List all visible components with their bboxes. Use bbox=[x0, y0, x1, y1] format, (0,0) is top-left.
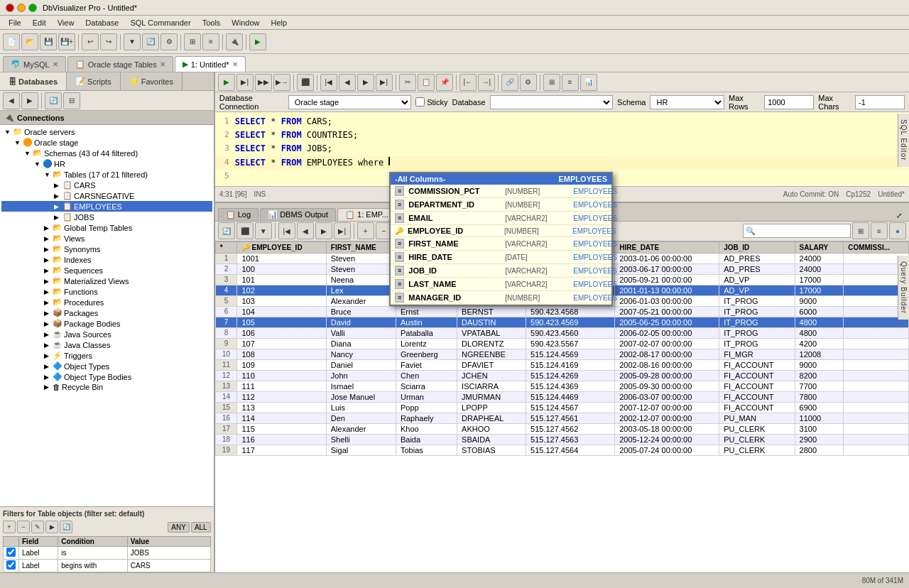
sql-cut[interactable]: ✂ bbox=[399, 74, 416, 91]
sql-copy[interactable]: 📋 bbox=[418, 74, 435, 91]
tree-packages[interactable]: ▶📦Packages bbox=[1, 307, 212, 318]
menu-view[interactable]: View bbox=[52, 18, 80, 28]
table-row[interactable]: 18116ShelliBaidaSBAIDA515.127.45632005-1… bbox=[215, 434, 908, 445]
autocomplete-popup[interactable]: -All Columns- EMPLOYEES ≡ COMMISSION_PCT… bbox=[389, 172, 613, 306]
tree-sequences[interactable]: ▶📂Sequences bbox=[1, 265, 212, 276]
table-row[interactable]: 11109DanielFavietDFAVIET515.124.41692002… bbox=[215, 359, 908, 370]
sql-connect[interactable]: 🔗 bbox=[501, 74, 518, 91]
ac-item-hiredate[interactable]: ≡ HIRE_DATE [DATE] EMPLOYEES bbox=[391, 251, 611, 264]
tab-mysql[interactable]: 🐬 MySQL ✕ bbox=[3, 56, 66, 72]
table-row[interactable]: 12110JohnChenJCHEN515.124.42692005-09-28… bbox=[215, 370, 908, 381]
sql-editor-side-tab[interactable]: SQL Editor bbox=[898, 114, 909, 167]
tb-run[interactable]: ▶ bbox=[249, 33, 266, 50]
results-chart-view[interactable]: ● bbox=[889, 222, 906, 239]
tb-list[interactable]: ≡ bbox=[202, 33, 219, 50]
ac-item-email[interactable]: ≡ EMAIL [VARCHAR2] EMPLOYEES bbox=[391, 212, 611, 225]
ac-item-managerid[interactable]: ≡ MANAGER_ID [NUMBER] EMPLOYEES bbox=[391, 291, 611, 305]
table-row[interactable]: 14112Jose ManuelUrmanJMURMAN515.124.4469… bbox=[215, 391, 908, 402]
results-expand[interactable]: ⤢ bbox=[892, 210, 906, 221]
table-row[interactable]: 19117SigalTobiasSTOBIAS515.127.45642005-… bbox=[215, 445, 908, 455]
tree-employees[interactable]: ▶ 📋 EMPLOYEES bbox=[1, 201, 212, 212]
lp-forward[interactable]: ▶ bbox=[21, 92, 38, 109]
tab-oracle-close[interactable]: ✕ bbox=[160, 60, 165, 68]
ac-item-jobid[interactable]: ≡ JOB_ID [VARCHAR2] EMPLOYEES bbox=[391, 264, 611, 278]
close-button[interactable] bbox=[6, 4, 14, 12]
sql-run[interactable]: ▶ bbox=[218, 74, 235, 91]
ac-item-commission[interactable]: ≡ COMMISSION_PCT [NUMBER] EMPLOYEES bbox=[391, 185, 611, 198]
menu-database[interactable]: Database bbox=[80, 18, 124, 28]
tree-schemas[interactable]: ▼ 📂 Schemas (43 of 44 filtered) bbox=[1, 148, 212, 158]
ac-item-deptid[interactable]: ≡ DEPARTMENT_ID [NUMBER] EMPLOYEES bbox=[391, 198, 611, 212]
sql-run-current[interactable]: ▶| bbox=[236, 74, 254, 91]
sql-stop[interactable]: ⬛ bbox=[297, 74, 314, 91]
col-job-id[interactable]: JOB_ID bbox=[719, 241, 795, 253]
maxrows-input[interactable] bbox=[764, 95, 814, 109]
results-last[interactable]: ▶| bbox=[334, 222, 351, 239]
results-tab-employees[interactable]: 📋 1: EMP... bbox=[337, 208, 396, 221]
sql-last[interactable]: ▶| bbox=[376, 74, 393, 91]
sql-end[interactable]: →| bbox=[478, 74, 495, 91]
sql-list[interactable]: ≡ bbox=[562, 74, 579, 91]
table-row[interactable]: 15113LuisPoppLPOPP515.124.45672007-12-07… bbox=[215, 402, 908, 413]
tab-untitled-close[interactable]: ✕ bbox=[232, 60, 238, 68]
menu-help[interactable]: Help bbox=[265, 18, 293, 28]
tree-java-classes[interactable]: ▶☕Java Classes bbox=[1, 339, 212, 350]
table-row[interactable]: 6104BruceErnstBERNST590.423.45682007-05-… bbox=[215, 306, 908, 317]
results-grid-view[interactable]: ⊞ bbox=[852, 222, 869, 239]
sql-begin[interactable]: |← bbox=[459, 74, 477, 91]
results-filter[interactable]: ▼ bbox=[255, 222, 272, 239]
table-row[interactable]: 9107DianaLorentzDLORENTZ590.423.55672007… bbox=[215, 338, 908, 349]
database-tree[interactable]: ▼ 📁 Oracle servers ▼ 🟠 Oracle stage ▼ bbox=[0, 125, 214, 506]
sql-options[interactable]: ⚙ bbox=[520, 74, 537, 91]
tree-object-type-bodies[interactable]: ▶🔷Object Type Bodies bbox=[1, 371, 212, 382]
tree-indexes[interactable]: ▶📂Indexes bbox=[1, 254, 212, 265]
col-salary[interactable]: SALARY bbox=[795, 241, 844, 253]
tree-matviews[interactable]: ▶📂Materialized Views bbox=[1, 276, 212, 286]
filter-refresh[interactable]: 🔄 bbox=[60, 521, 72, 533]
results-first[interactable]: |◀ bbox=[278, 222, 295, 239]
filter-edit[interactable]: ✎ bbox=[31, 521, 44, 533]
results-refresh[interactable]: 🔄 bbox=[218, 222, 235, 239]
sql-next[interactable]: ▶ bbox=[357, 74, 374, 91]
col-employee-id[interactable]: 🔑 EMPLOYEE_ID bbox=[237, 241, 326, 253]
table-row[interactable]: 16114DenRaphaelyDRAPHEAL515.127.45612002… bbox=[215, 413, 908, 423]
tb-open[interactable]: 📂 bbox=[21, 33, 38, 50]
tab-untitled[interactable]: ▶ 1: Untitled* ✕ bbox=[175, 56, 246, 72]
tree-tables[interactable]: ▼ 📂 Tables (17 of 21 filtered) bbox=[1, 169, 212, 180]
tree-package-bodies[interactable]: ▶📦Package Bodies bbox=[1, 318, 212, 329]
results-add-row[interactable]: + bbox=[357, 222, 374, 239]
tb-save-all[interactable]: 💾+ bbox=[58, 33, 75, 50]
minimize-button[interactable] bbox=[17, 4, 26, 12]
tree-functions[interactable]: ▶📂Functions bbox=[1, 286, 212, 297]
sticky-checkbox[interactable] bbox=[415, 97, 425, 107]
sql-prev[interactable]: ◀ bbox=[339, 74, 356, 91]
tree-views[interactable]: ▶📂Views bbox=[1, 233, 212, 244]
tree-recycle-bin[interactable]: ▶🗑Recycle Bin bbox=[1, 382, 212, 392]
table-row[interactable]: 13111IsmaelSciarraISCIARRA515.124.436920… bbox=[215, 381, 908, 391]
menu-tools[interactable]: Tools bbox=[197, 18, 227, 28]
filter-del[interactable]: − bbox=[17, 521, 30, 533]
tb-filter[interactable]: ▼ bbox=[124, 33, 141, 50]
sql-run-step[interactable]: ▶→ bbox=[273, 74, 290, 91]
lpanel-tab-databases[interactable]: 🗄 Databases bbox=[0, 72, 67, 90]
tree-global-temp[interactable]: ▶📂Global Temp Tables bbox=[1, 222, 212, 233]
results-prev[interactable]: ◀ bbox=[297, 222, 314, 239]
tree-hr[interactable]: ▼ 🔵 HR bbox=[1, 158, 212, 169]
tree-carsnegative[interactable]: ▶ 📋 CARSNEGATIVE bbox=[1, 190, 212, 201]
lp-collapse[interactable]: ⊟ bbox=[63, 92, 80, 109]
tree-object-types[interactable]: ▶🔷Object Types bbox=[1, 361, 212, 371]
lpanel-tab-scripts[interactable]: 📝 Scripts bbox=[67, 72, 121, 90]
ac-item-empid[interactable]: 🔑 EMPLOYEE_ID [NUMBER] EMPLOYEES bbox=[391, 225, 611, 237]
results-tab-log[interactable]: 📋 Log bbox=[218, 208, 258, 221]
filter-all[interactable]: ALL bbox=[191, 522, 211, 533]
table-row[interactable]: 17115AlexanderKhooAKHOO515.127.45622003-… bbox=[215, 423, 908, 434]
menu-file[interactable]: File bbox=[3, 18, 27, 28]
tree-oracle-stage[interactable]: ▼ 🟠 Oracle stage bbox=[1, 137, 212, 148]
tb-redo[interactable]: ↪ bbox=[100, 33, 117, 50]
filter-any[interactable]: ANY bbox=[168, 522, 190, 533]
tab-mysql-close[interactable]: ✕ bbox=[53, 60, 58, 68]
tree-triggers[interactable]: ▶⚡Triggers bbox=[1, 350, 212, 361]
dbconn-connection-select[interactable]: Oracle stage bbox=[288, 95, 411, 109]
query-builder-side-tab[interactable]: Query Builder bbox=[898, 256, 909, 320]
sql-chart[interactable]: 📊 bbox=[580, 74, 597, 91]
